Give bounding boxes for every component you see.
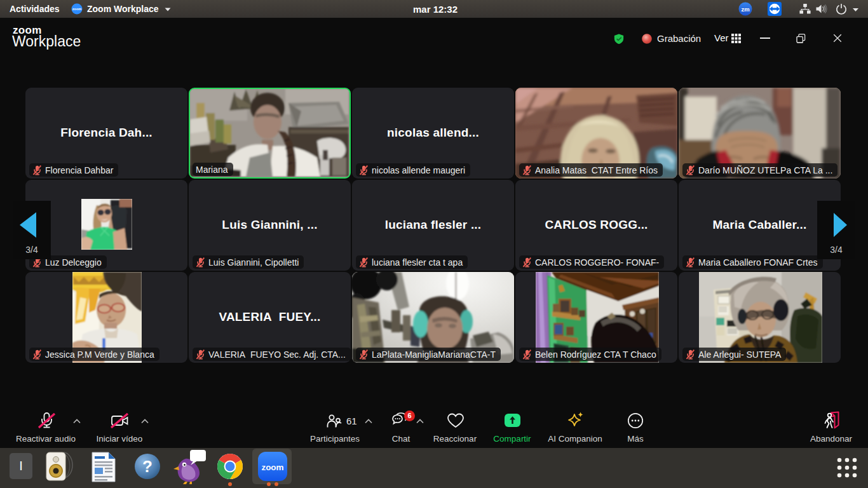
svg-text:zoom: zoom xyxy=(72,7,82,11)
svg-text:?: ? xyxy=(142,457,153,476)
svg-text:zoom: zoom xyxy=(261,463,283,472)
svg-text:zm: zm xyxy=(741,6,749,13)
